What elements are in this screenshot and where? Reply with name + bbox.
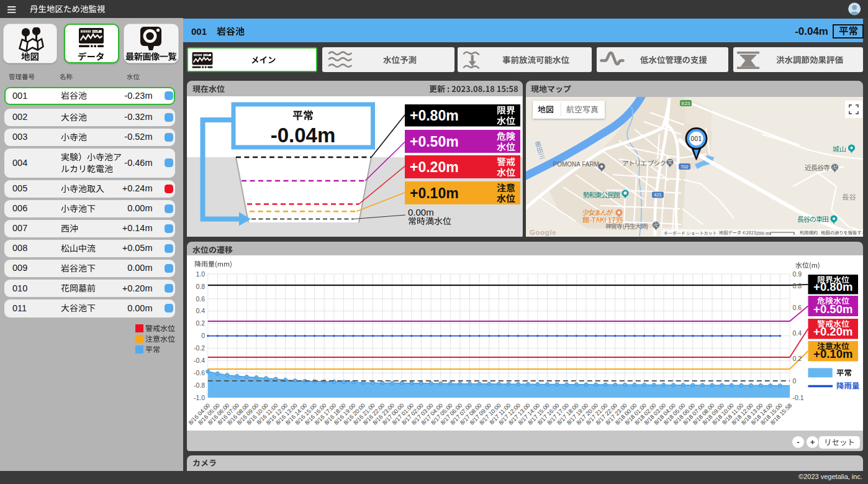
svg-text:Google: Google [530,229,556,236]
svg-text:001: 001 [690,135,702,142]
svg-text:-0.2: -0.2 [194,344,205,352]
svg-text:0: 0 [201,332,205,339]
svg-text:-0.1: -0.1 [793,394,804,401]
svg-text:0.4: 0.4 [793,329,802,337]
svg-text:-0.8: -0.8 [194,381,205,389]
svg-text:0.2: 0.2 [793,355,802,362]
svg-text:-1.0: -1.0 [194,394,205,401]
svg-text:-0.4: -0.4 [194,357,205,364]
svg-text:421: 421 [654,192,662,198]
svg-text:1.0: 1.0 [196,270,205,278]
svg-text:0.9: 0.9 [793,270,802,278]
svg-text:-0.6: -0.6 [194,369,205,377]
svg-text:0.2: 0.2 [196,319,205,327]
svg-text:702: 702 [680,164,689,170]
svg-text:E23: E23 [681,101,689,106]
svg-text:0.6: 0.6 [196,295,205,303]
svg-text:0: 0 [793,377,797,385]
svg-text:0.8: 0.8 [793,282,802,290]
svg-text:0.4: 0.4 [196,307,205,314]
svg-text:0.6: 0.6 [793,304,802,311]
svg-text:0.8: 0.8 [196,283,205,290]
